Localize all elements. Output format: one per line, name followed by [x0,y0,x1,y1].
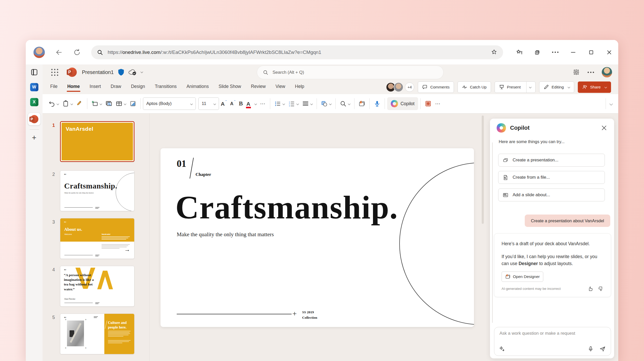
numbered-list-icon: 123 [288,100,295,107]
presence-avatars[interactable]: +4 [386,82,414,92]
close-icon[interactable] [606,49,613,56]
chapter-number[interactable]: 01 [177,158,186,169]
powerpoint-logo[interactable]: P [67,68,77,77]
app-search-input[interactable]: Search (Alt + Q) [257,65,444,79]
font-size-select[interactable]: 11 [198,97,219,110]
presence-overflow-badge[interactable]: +4 [405,83,414,92]
add-app-icon[interactable]: + [32,134,37,142]
saved-to-cloud-icon[interactable] [128,69,137,76]
send-icon[interactable] [599,346,606,352]
font-name-select[interactable]: Aptos (Body) [143,97,196,110]
more-font-options-button[interactable]: ⋯ [258,98,268,110]
account-avatar[interactable] [602,67,612,77]
copilot-input[interactable] [499,331,606,336]
slide-thumbnail-2[interactable]: 01/ Craftsmanship. Make the quality the … [60,170,134,211]
tab-view[interactable]: View [275,82,286,92]
word-app-icon[interactable]: W [30,83,38,91]
microphone-icon[interactable] [588,346,594,352]
copilot-scrollbar[interactable] [492,142,493,323]
powerpoint-app-icon[interactable]: P [28,113,40,125]
vertical-scrollbar[interactable] [482,116,484,224]
new-slide-button[interactable] [90,98,104,110]
slide-canvas[interactable]: 01 Chapter Craftsmanship. Make the quali… [160,148,474,327]
app-launcher-icon[interactable] [51,69,58,76]
reuse-slides-button[interactable] [104,98,114,110]
present-button[interactable]: Present [495,81,536,93]
minimize-icon[interactable] [570,49,577,56]
open-designer-button[interactable]: Open Designer [502,272,543,282]
themes-button[interactable] [128,98,138,110]
find-button[interactable] [338,98,352,110]
browser-menu-icon[interactable] [552,52,558,53]
sidebar-panel-icon[interactable] [30,68,38,76]
tab-animations[interactable]: Animations [186,82,209,92]
slide-thumbnail-1[interactable]: VanArsdel [60,121,134,162]
user-prompt-chip[interactable]: Create a presentation about VanArsdel [525,215,610,227]
thumbs-down-icon[interactable] [598,286,604,292]
favorites-icon[interactable] [516,49,523,56]
present-options-chevron-icon[interactable] [526,82,531,93]
collaborator-avatar[interactable] [394,82,403,92]
layout-button[interactable] [114,98,128,110]
title-menu-chevron-icon[interactable] [141,70,143,73]
share-button[interactable]: Share [578,81,611,93]
paste-button[interactable] [61,98,74,110]
copilot-toggle-button[interactable]: Copilot [387,97,418,110]
tab-review[interactable]: Review [250,82,266,92]
browser-profile-avatar[interactable] [33,47,45,58]
tab-transitions[interactable]: Transitions [154,82,177,92]
tab-home[interactable]: Home [67,82,80,92]
designer-button[interactable] [357,98,367,110]
app-more-options-icon[interactable] [588,72,594,73]
suggestion-add-slide[interactable]: Add a slide about... [498,188,605,201]
back-icon[interactable] [55,48,63,56]
font-color-button[interactable]: A [245,98,258,110]
slide-thumbnail-4[interactable]: V∧ 01/ “A person without imagination is … [60,266,134,307]
url-text: https://onedrive.live.com/:w:/t/EaCKkPs6… [108,50,321,55]
undo-button[interactable] [47,98,61,110]
slide-footer[interactable]: SS 2019Collection [302,310,317,321]
tab-insert[interactable]: Insert [89,82,101,92]
add-favorite-icon[interactable] [491,49,497,56]
settings-gear-icon[interactable] [573,69,580,76]
format-painter-button[interactable] [74,98,85,110]
align-button[interactable] [300,98,314,110]
dictate-button[interactable] [372,98,382,110]
slide-sorter-view-button[interactable] [423,98,433,110]
grow-font-button[interactable]: Aˆ [219,98,228,110]
maximize-icon[interactable] [588,49,595,56]
thumbs-up-icon[interactable] [588,286,593,292]
close-icon[interactable] [601,125,607,131]
document-title[interactable]: Presentation1 [82,69,114,75]
suggestion-create-presentation[interactable]: Create a presentation... [498,154,605,167]
tab-draw[interactable]: Draw [110,82,122,92]
copilot-input-box[interactable] [494,327,611,356]
slide-title[interactable]: Craftsmanship. [175,189,398,226]
collapse-ribbon-button[interactable] [608,98,614,110]
slide-subtitle[interactable]: Make the quality the only thing that mat… [177,231,274,238]
collections-icon[interactable] [534,49,541,56]
shapes-button[interactable] [319,98,333,110]
chapter-label[interactable]: Chapter [196,172,211,177]
address-bar[interactable]: https://onedrive.live.com/:w:/t/EaCKkPs6… [91,45,503,59]
catch-up-button[interactable]: Catch Up [457,81,491,93]
numbering-button[interactable]: 123 [286,98,300,110]
comments-button[interactable]: Comments [418,81,454,93]
shrink-font-button[interactable]: Aˇ [228,98,237,110]
excel-app-icon[interactable]: X [30,98,38,106]
bullets-button[interactable] [273,98,286,110]
suggestion-create-from-file[interactable]: Create from a file... [498,171,605,184]
sparkle-icon[interactable] [499,346,505,352]
editing-mode-button[interactable]: Editing [539,81,574,93]
tab-design[interactable]: Design [130,82,145,92]
slide-thumbnail-3[interactable]: 01/ About us. Welcome VanArsdel → [60,218,134,259]
tab-slide-show[interactable]: Slide Show [218,82,242,92]
more-commands-button[interactable]: ⋯ [433,98,443,110]
tab-help[interactable]: Help [294,82,305,92]
slide-thumbnail-5[interactable]: 01/ + + + + Culture and people here. [60,314,134,354]
sensitivity-shield-icon[interactable] [118,69,124,76]
tab-file[interactable]: File [50,82,58,92]
refresh-icon[interactable] [73,48,81,56]
rail-divider [30,129,39,130]
bold-button[interactable]: B [237,98,244,110]
